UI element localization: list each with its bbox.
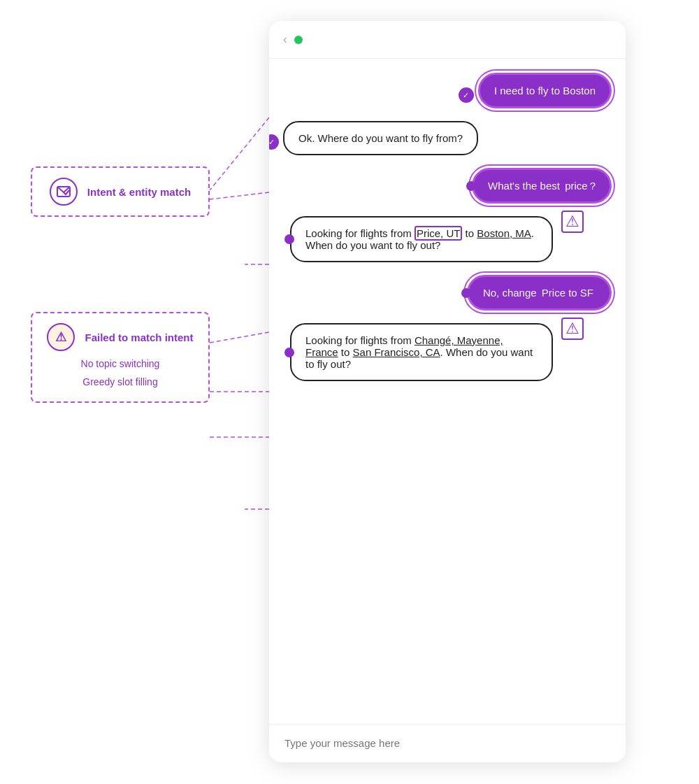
- user-message-1: I need to fly to Boston ✓: [478, 73, 612, 108]
- user-message-5: No, change Price to SF: [467, 275, 612, 311]
- msg6-underline2: San Francisco, CA: [353, 346, 440, 358]
- ann1-title: Intent & entity match: [87, 186, 191, 198]
- msg2-text: Ok. Where do you want to fly from?: [298, 132, 463, 144]
- ann2-title: Failed to match intent: [85, 332, 193, 343]
- status-indicator: [294, 36, 303, 44]
- ann2-icon: ⚠: [47, 323, 75, 351]
- msg4-dot: [284, 234, 294, 244]
- chat-header: ‹: [269, 21, 626, 59]
- svg-line-0: [210, 117, 269, 190]
- chat-messages: I need to fly to Boston ✓ Ok. Where do y…: [269, 59, 626, 724]
- ann2-row: ⚠ Failed to match intent: [43, 323, 197, 351]
- bubble-4: Looking for flights from Price, UT to Bo…: [290, 216, 553, 262]
- chat-input-area: [269, 724, 626, 762]
- msg3-highlight: price: [563, 178, 590, 193]
- svg-line-1: [210, 192, 269, 199]
- chat-window: ‹ I need to fly to Boston ✓ Ok. Where do…: [269, 21, 626, 762]
- bot-message-6: Looking for flights from Changé, Mayenne…: [290, 323, 553, 381]
- ann2-item-2: Greedy slot filling: [43, 376, 197, 387]
- msg4-underline1: Boston, MA: [477, 227, 531, 239]
- msg3-text-post: ?: [590, 180, 596, 192]
- back-button[interactable]: ‹: [283, 32, 287, 47]
- msg3-dot: [466, 181, 476, 191]
- user-message-3: What's the best price?: [472, 168, 612, 204]
- msg6-text2: to: [338, 346, 353, 358]
- bubble-2: Ok. Where do you want to fly from?: [283, 121, 478, 155]
- annotation-failed-match: ⚠ Failed to match intent No topic switch…: [31, 312, 210, 403]
- svg-line-3: [210, 332, 269, 343]
- bubble-6: Looking for flights from Changé, Mayenne…: [290, 323, 553, 381]
- msg4-text2: to: [462, 227, 477, 239]
- msg1-text: I need to fly to Boston: [494, 85, 596, 97]
- bubble-5: No, change Price to SF: [467, 275, 612, 311]
- bubble-1: I need to fly to Boston: [478, 73, 612, 108]
- warning-icon-4: ⚠: [561, 211, 584, 233]
- warning-icon-6: ⚠: [561, 318, 584, 340]
- bubble-3: What's the best price?: [472, 168, 612, 204]
- msg5-text-pre: No, change: [483, 287, 540, 299]
- bot-message-2: Ok. Where do you want to fly from? ✓: [283, 121, 478, 155]
- msg5-highlight: Price to SF: [540, 285, 596, 300]
- ann1-icon: [50, 178, 78, 206]
- msg3-text-pre: What's the best: [488, 180, 563, 192]
- msg4-highlight1: Price, UT: [415, 226, 463, 241]
- ann2-item-1: No topic switching: [43, 358, 197, 369]
- annotation-intent-match: Intent & entity match: [31, 166, 210, 217]
- message-input[interactable]: [284, 737, 610, 749]
- msg4-text1: Looking for flights from: [305, 227, 415, 239]
- msg6-dot: [284, 348, 294, 357]
- ann1-row: Intent & entity match: [43, 178, 197, 206]
- bot-message-4: Looking for flights from Price, UT to Bo…: [290, 216, 553, 262]
- check-icon-1: ✓: [459, 87, 474, 103]
- msg6-text1: Looking for flights from: [305, 334, 415, 346]
- check-icon-2: ✓: [269, 134, 279, 150]
- msg5-dot: [461, 288, 471, 298]
